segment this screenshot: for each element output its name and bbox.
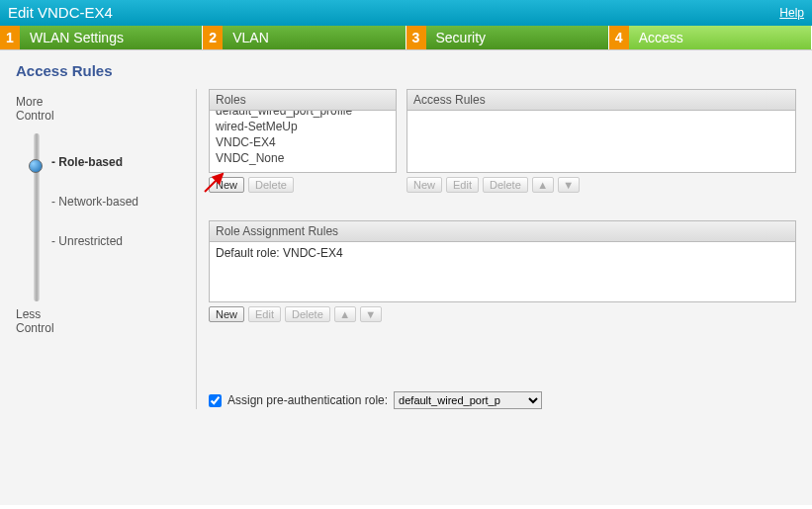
role-assignment-header: Role Assignment Rules: [210, 221, 795, 242]
roles-listbox[interactable]: default_wired_port_profile wired-SetMeUp…: [210, 111, 396, 172]
preauth-row: Assign pre-authentication role: default_…: [209, 391, 796, 409]
arrow-up-icon: ▲: [339, 308, 350, 320]
control-slider-track[interactable]: [34, 133, 40, 301]
rules-move-up-button[interactable]: ▲: [532, 177, 554, 193]
arrow-down-icon: ▼: [563, 179, 574, 191]
roles-header: Roles: [210, 90, 396, 111]
default-role-text: Default role: VNDC-EX4: [216, 246, 343, 260]
tab-label: Security: [436, 30, 487, 45]
tab-security[interactable]: 3 Security: [406, 26, 609, 49]
control-slider-thumb[interactable]: [29, 159, 43, 173]
access-rules-panel: Access Rules: [406, 89, 796, 173]
wizard-tabs: 1 WLAN Settings 2 VLAN 3 Security 4 Acce…: [0, 26, 812, 50]
tab-vlan[interactable]: 2 VLAN: [203, 26, 406, 49]
tab-number: 4: [609, 26, 629, 49]
role-assignment-panel: Role Assignment Rules Default role: VNDC…: [209, 220, 796, 302]
vertical-divider: [196, 89, 197, 409]
preauth-role-select[interactable]: default_wired_port_p: [394, 391, 542, 409]
tab-label: VLAN: [232, 30, 269, 45]
assignment-move-down-button[interactable]: ▼: [360, 306, 382, 322]
access-rules-header: Access Rules: [407, 90, 795, 111]
assignment-new-button[interactable]: New: [209, 306, 244, 322]
roles-new-button[interactable]: New: [209, 177, 244, 193]
tab-number: 3: [406, 26, 426, 49]
assignment-delete-button[interactable]: Delete: [285, 306, 330, 322]
rules-edit-button[interactable]: Edit: [446, 177, 479, 193]
rules-new-button[interactable]: New: [406, 177, 442, 193]
title-bar: Edit VNDC-EX4 Help: [0, 0, 812, 26]
access-rules-body: [407, 111, 795, 172]
control-level-sidebar: More Control - Role-based - Network-base…: [16, 89, 184, 409]
tab-number: 1: [0, 26, 20, 49]
control-option-role-based[interactable]: - Role-based: [51, 155, 138, 169]
tab-number: 2: [203, 26, 223, 49]
rules-column: Access Rules New Edit Delete ▲ ▼: [406, 89, 796, 193]
tab-wlan-settings[interactable]: 1 WLAN Settings: [0, 26, 203, 49]
assignment-edit-button[interactable]: Edit: [248, 306, 281, 322]
preauth-label: Assign pre-authentication role:: [227, 393, 388, 407]
content-area: Access Rules More Control - Role-based -…: [0, 50, 812, 505]
rules-delete-button[interactable]: Delete: [483, 177, 528, 193]
role-option[interactable]: VNDC_None: [210, 150, 396, 166]
control-option-unrestricted[interactable]: - Unrestricted: [51, 234, 138, 248]
roles-panel: Roles default_wired_port_profile wired-S…: [209, 89, 397, 173]
roles-column: Roles default_wired_port_profile wired-S…: [209, 89, 397, 193]
more-control-label: More Control: [16, 95, 184, 124]
role-option[interactable]: wired-SetMeUp: [210, 119, 396, 134]
role-option[interactable]: default_wired_port_profile: [210, 111, 396, 119]
role-assignment-body: Default role: VNDC-EX4: [210, 242, 795, 301]
tab-access[interactable]: 4 Access: [609, 26, 812, 49]
assignment-move-up-button[interactable]: ▲: [334, 306, 356, 322]
arrow-up-icon: ▲: [537, 179, 548, 191]
arrow-down-icon: ▼: [365, 308, 376, 320]
help-link[interactable]: Help: [779, 0, 804, 26]
window-title: Edit VNDC-EX4: [8, 0, 113, 26]
roles-delete-button[interactable]: Delete: [248, 177, 294, 193]
tab-label: Access: [639, 30, 683, 45]
preauth-checkbox[interactable]: [209, 394, 222, 407]
main-pane: Roles default_wired_port_profile wired-S…: [209, 89, 796, 409]
less-control-label: Less Control: [16, 307, 184, 336]
role-option[interactable]: VNDC-EX4: [210, 134, 396, 150]
control-option-network-based[interactable]: - Network-based: [51, 195, 138, 209]
rules-move-down-button[interactable]: ▼: [558, 177, 580, 193]
tab-label: WLAN Settings: [30, 30, 124, 45]
section-title: Access Rules: [16, 62, 796, 79]
